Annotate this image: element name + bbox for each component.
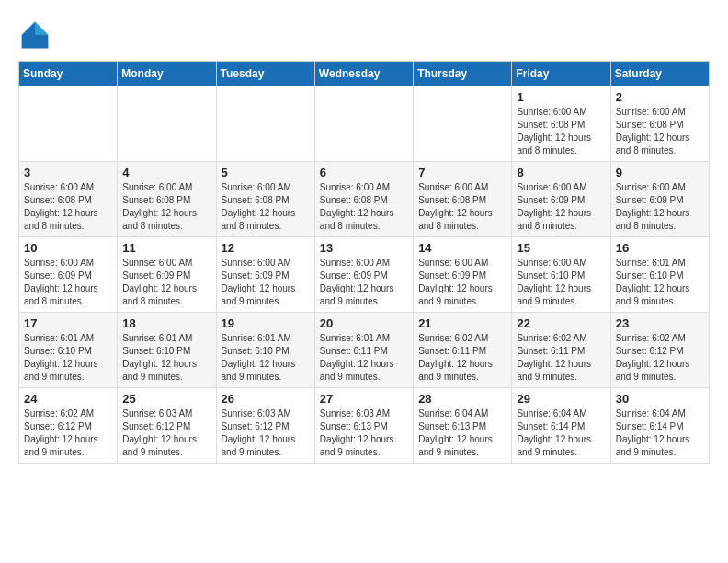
day-info: Sunrise: 6:03 AM Sunset: 6:12 PM Dayligh… [122, 408, 210, 459]
calendar-cell: 2Sunrise: 6:00 AM Sunset: 6:08 PM Daylig… [610, 86, 709, 162]
day-number: 17 [24, 316, 112, 330]
calendar-cell: 18Sunrise: 6:01 AM Sunset: 6:10 PM Dayli… [118, 313, 216, 388]
calendar-cell [19, 86, 118, 162]
calendar-cell: 11Sunrise: 6:00 AM Sunset: 6:09 PM Dayli… [118, 237, 216, 313]
page-header [18, 18, 710, 52]
calendar-cell: 10Sunrise: 6:00 AM Sunset: 6:09 PM Dayli… [19, 237, 118, 313]
day-number: 27 [320, 392, 408, 406]
day-number: 12 [222, 241, 310, 255]
day-info: Sunrise: 6:00 AM Sunset: 6:08 PM Dayligh… [222, 181, 310, 233]
day-number: 19 [222, 316, 310, 330]
calendar-cell: 29Sunrise: 6:04 AM Sunset: 6:14 PM Dayli… [512, 388, 610, 464]
day-info: Sunrise: 6:01 AM Sunset: 6:10 PM Dayligh… [616, 257, 704, 308]
day-info: Sunrise: 6:00 AM Sunset: 6:09 PM Dayligh… [122, 257, 210, 308]
day-info: Sunrise: 6:01 AM Sunset: 6:10 PM Dayligh… [222, 332, 310, 384]
column-header-monday: Monday [118, 62, 216, 86]
calendar-cell: 23Sunrise: 6:02 AM Sunset: 6:12 PM Dayli… [610, 313, 709, 388]
calendar-cell [216, 86, 314, 162]
calendar-cell [314, 86, 413, 162]
day-number: 16 [616, 241, 704, 255]
day-number: 1 [517, 90, 605, 104]
calendar-cell: 5Sunrise: 6:00 AM Sunset: 6:08 PM Daylig… [216, 162, 314, 237]
day-info: Sunrise: 6:00 AM Sunset: 6:09 PM Dayligh… [418, 257, 506, 308]
calendar-cell: 20Sunrise: 6:01 AM Sunset: 6:11 PM Dayli… [314, 313, 413, 388]
svg-marker-1 [35, 22, 48, 35]
day-number: 15 [517, 241, 605, 255]
day-info: Sunrise: 6:00 AM Sunset: 6:08 PM Dayligh… [616, 106, 704, 157]
day-number: 21 [418, 316, 506, 330]
column-header-thursday: Thursday [414, 62, 512, 86]
day-number: 7 [418, 166, 506, 179]
calendar-cell: 27Sunrise: 6:03 AM Sunset: 6:13 PM Dayli… [314, 388, 413, 464]
day-number: 9 [616, 166, 704, 179]
calendar-cell: 15Sunrise: 6:00 AM Sunset: 6:10 PM Dayli… [512, 237, 610, 313]
calendar-cell: 19Sunrise: 6:01 AM Sunset: 6:10 PM Dayli… [216, 313, 314, 388]
day-info: Sunrise: 6:02 AM Sunset: 6:12 PM Dayligh… [616, 332, 704, 384]
calendar-cell: 3Sunrise: 6:00 AM Sunset: 6:08 PM Daylig… [19, 162, 118, 237]
calendar-cell: 9Sunrise: 6:00 AM Sunset: 6:09 PM Daylig… [610, 162, 709, 237]
calendar-cell [118, 86, 216, 162]
day-number: 8 [517, 166, 605, 179]
calendar-cell: 25Sunrise: 6:03 AM Sunset: 6:12 PM Dayli… [118, 388, 216, 464]
day-number: 2 [616, 90, 704, 104]
logo-icon [18, 18, 51, 52]
day-number: 6 [320, 166, 408, 179]
column-header-friday: Friday [512, 62, 610, 86]
day-number: 20 [320, 316, 408, 330]
day-info: Sunrise: 6:01 AM Sunset: 6:11 PM Dayligh… [320, 332, 408, 384]
day-number: 18 [122, 316, 210, 330]
calendar-cell: 30Sunrise: 6:04 AM Sunset: 6:14 PM Dayli… [610, 388, 709, 464]
calendar-cell: 12Sunrise: 6:00 AM Sunset: 6:09 PM Dayli… [216, 237, 314, 313]
calendar-cell: 7Sunrise: 6:00 AM Sunset: 6:08 PM Daylig… [414, 162, 512, 237]
day-number: 22 [517, 316, 605, 330]
calendar-body: 1Sunrise: 6:00 AM Sunset: 6:08 PM Daylig… [19, 86, 710, 464]
day-info: Sunrise: 6:00 AM Sunset: 6:09 PM Dayligh… [320, 257, 408, 308]
calendar-cell: 22Sunrise: 6:02 AM Sunset: 6:11 PM Dayli… [512, 313, 610, 388]
day-number: 10 [24, 241, 112, 255]
calendar-cell: 1Sunrise: 6:00 AM Sunset: 6:08 PM Daylig… [512, 86, 610, 162]
day-info: Sunrise: 6:04 AM Sunset: 6:14 PM Dayligh… [616, 408, 704, 459]
day-info: Sunrise: 6:00 AM Sunset: 6:09 PM Dayligh… [517, 181, 605, 233]
day-number: 14 [418, 241, 506, 255]
column-header-sunday: Sunday [19, 62, 118, 86]
calendar-cell: 28Sunrise: 6:04 AM Sunset: 6:13 PM Dayli… [414, 388, 512, 464]
calendar-cell [414, 86, 512, 162]
day-number: 23 [616, 316, 704, 330]
day-info: Sunrise: 6:00 AM Sunset: 6:08 PM Dayligh… [517, 106, 605, 157]
day-info: Sunrise: 6:01 AM Sunset: 6:10 PM Dayligh… [24, 332, 112, 384]
calendar-cell: 26Sunrise: 6:03 AM Sunset: 6:12 PM Dayli… [216, 388, 314, 464]
day-info: Sunrise: 6:03 AM Sunset: 6:13 PM Dayligh… [320, 408, 408, 459]
calendar-week-2: 10Sunrise: 6:00 AM Sunset: 6:09 PM Dayli… [19, 237, 710, 313]
day-info: Sunrise: 6:00 AM Sunset: 6:09 PM Dayligh… [616, 181, 704, 233]
day-info: Sunrise: 6:00 AM Sunset: 6:08 PM Dayligh… [24, 181, 112, 233]
day-info: Sunrise: 6:04 AM Sunset: 6:13 PM Dayligh… [418, 408, 506, 459]
calendar-cell: 14Sunrise: 6:00 AM Sunset: 6:09 PM Dayli… [414, 237, 512, 313]
day-info: Sunrise: 6:02 AM Sunset: 6:11 PM Dayligh… [418, 332, 506, 384]
day-info: Sunrise: 6:04 AM Sunset: 6:14 PM Dayligh… [517, 408, 605, 459]
day-number: 5 [222, 166, 310, 179]
calendar-cell: 4Sunrise: 6:00 AM Sunset: 6:08 PM Daylig… [118, 162, 216, 237]
day-info: Sunrise: 6:02 AM Sunset: 6:11 PM Dayligh… [517, 332, 605, 384]
calendar-cell: 17Sunrise: 6:01 AM Sunset: 6:10 PM Dayli… [19, 313, 118, 388]
day-info: Sunrise: 6:00 AM Sunset: 6:08 PM Dayligh… [122, 181, 210, 233]
calendar-week-0: 1Sunrise: 6:00 AM Sunset: 6:08 PM Daylig… [19, 86, 710, 162]
day-number: 30 [616, 392, 704, 406]
calendar-cell: 13Sunrise: 6:00 AM Sunset: 6:09 PM Dayli… [314, 237, 413, 313]
day-info: Sunrise: 6:00 AM Sunset: 6:10 PM Dayligh… [517, 257, 605, 308]
day-number: 13 [320, 241, 408, 255]
day-number: 11 [122, 241, 210, 255]
column-header-tuesday: Tuesday [216, 62, 314, 86]
column-header-saturday: Saturday [610, 62, 709, 86]
calendar-cell: 6Sunrise: 6:00 AM Sunset: 6:08 PM Daylig… [314, 162, 413, 237]
day-number: 25 [122, 392, 210, 406]
calendar-cell: 8Sunrise: 6:00 AM Sunset: 6:09 PM Daylig… [512, 162, 610, 237]
day-info: Sunrise: 6:00 AM Sunset: 6:09 PM Dayligh… [222, 257, 310, 308]
calendar-cell: 21Sunrise: 6:02 AM Sunset: 6:11 PM Dayli… [414, 313, 512, 388]
calendar-week-3: 17Sunrise: 6:01 AM Sunset: 6:10 PM Dayli… [19, 313, 710, 388]
column-header-wednesday: Wednesday [314, 62, 413, 86]
day-number: 26 [222, 392, 310, 406]
calendar-cell: 24Sunrise: 6:02 AM Sunset: 6:12 PM Dayli… [19, 388, 118, 464]
day-info: Sunrise: 6:00 AM Sunset: 6:08 PM Dayligh… [418, 181, 506, 233]
calendar-week-4: 24Sunrise: 6:02 AM Sunset: 6:12 PM Dayli… [19, 388, 710, 464]
day-info: Sunrise: 6:03 AM Sunset: 6:12 PM Dayligh… [222, 408, 310, 459]
